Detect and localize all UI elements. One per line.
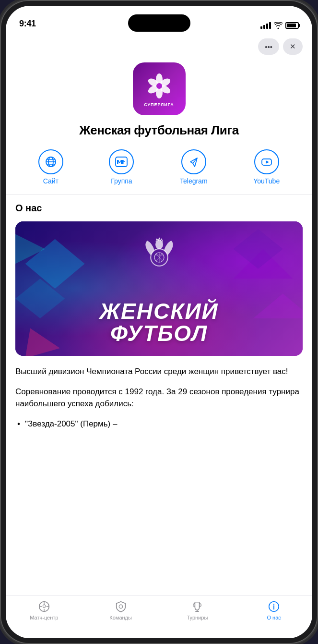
globe-icon bbox=[38, 149, 63, 174]
svg-point-28 bbox=[119, 605, 122, 608]
signal-bar-3 bbox=[266, 24, 268, 29]
svg-marker-27 bbox=[43, 604, 46, 608]
close-button[interactable]: ✕ bbox=[283, 38, 303, 55]
tab-teams[interactable]: Команды bbox=[102, 600, 140, 620]
about-paragraph-1: Высший дивизион Чемпионата России среди … bbox=[15, 365, 303, 378]
hero-title-line1: ЖЕНСКИЙ bbox=[99, 300, 218, 322]
svg-point-33 bbox=[273, 604, 274, 605]
telegram-label: Telegram bbox=[180, 177, 208, 185]
about-text: Высший дивизион Чемпионата России среди … bbox=[15, 356, 303, 439]
info-icon bbox=[268, 600, 280, 613]
phone-screen: 9:41 bbox=[6, 6, 312, 638]
app-icon: СУПЕРЛИГА bbox=[133, 62, 186, 115]
tab-tournaments-label: Турниры bbox=[187, 615, 208, 620]
main-content: ••• ✕ bbox=[6, 33, 312, 595]
app-title: Женская футбольная Лига bbox=[79, 123, 238, 138]
status-icons bbox=[260, 22, 299, 29]
vk-label: Группа bbox=[111, 177, 132, 185]
wifi-icon bbox=[274, 22, 283, 29]
hero-banner: ЖЕНСКИЙ ФУТБОЛ bbox=[15, 221, 303, 356]
svg-marker-19 bbox=[25, 328, 60, 356]
about-paragraph-2: Соревнование проводится с 1992 года. За … bbox=[15, 386, 303, 410]
tab-match-label: Матч-центр bbox=[30, 615, 58, 620]
phone-frame: 9:41 bbox=[0, 0, 318, 644]
youtube-icon bbox=[254, 149, 279, 174]
shield-icon bbox=[115, 600, 127, 613]
hero-title-line2: ФУТБОЛ bbox=[99, 322, 218, 344]
social-links: Сайт Группа bbox=[6, 138, 312, 185]
action-buttons: ••• ✕ bbox=[258, 38, 303, 55]
app-header: СУПЕРЛИГА Женская футбольная Лига bbox=[6, 55, 312, 138]
ball-icon bbox=[38, 600, 50, 613]
header-actions: ••• ✕ bbox=[6, 33, 312, 55]
svg-marker-18 bbox=[253, 293, 303, 318]
svg-marker-14 bbox=[266, 160, 269, 164]
tab-tournaments[interactable]: Турниры bbox=[178, 600, 216, 620]
app-icon-label: СУПЕРЛИГА bbox=[144, 102, 174, 107]
svg-point-24 bbox=[155, 240, 163, 249]
tab-match-center[interactable]: Матч-центр bbox=[25, 600, 63, 620]
telegram-icon bbox=[181, 149, 206, 174]
signal-bar-1 bbox=[260, 26, 262, 29]
trophy-icon bbox=[191, 600, 203, 613]
tab-bar: Матч-центр Команды Турниры bbox=[6, 595, 312, 638]
about-list-item-1: "Звезда-2005" (Пермь) – bbox=[15, 418, 303, 430]
social-item-telegram[interactable]: Telegram bbox=[180, 149, 208, 185]
dynamic-island bbox=[128, 14, 190, 32]
tab-about-label: О нас bbox=[267, 615, 281, 620]
social-item-site[interactable]: Сайт bbox=[38, 149, 63, 185]
about-section: О нас bbox=[6, 195, 312, 439]
shutter-svg-icon bbox=[144, 71, 175, 101]
about-section-title: О нас bbox=[15, 203, 303, 214]
social-item-vk[interactable]: Группа bbox=[109, 149, 134, 185]
social-item-youtube[interactable]: YouTube bbox=[253, 149, 280, 185]
battery-icon bbox=[285, 22, 299, 29]
vk-icon bbox=[109, 149, 134, 174]
more-button[interactable]: ••• bbox=[258, 38, 279, 55]
signal-bar-4 bbox=[269, 22, 271, 29]
battery-fill bbox=[287, 24, 296, 27]
signal-bars-icon bbox=[260, 22, 271, 29]
site-label: Сайт bbox=[43, 177, 59, 185]
status-time: 9:41 bbox=[19, 19, 36, 29]
signal-bar-2 bbox=[263, 25, 265, 29]
hero-text: ЖЕНСКИЙ ФУТБОЛ bbox=[99, 300, 218, 344]
youtube-label: YouTube bbox=[253, 177, 280, 185]
svg-point-6 bbox=[156, 83, 162, 89]
tab-about[interactable]: О нас bbox=[255, 600, 293, 620]
emblem bbox=[138, 231, 181, 276]
tab-teams-label: Команды bbox=[109, 615, 132, 620]
